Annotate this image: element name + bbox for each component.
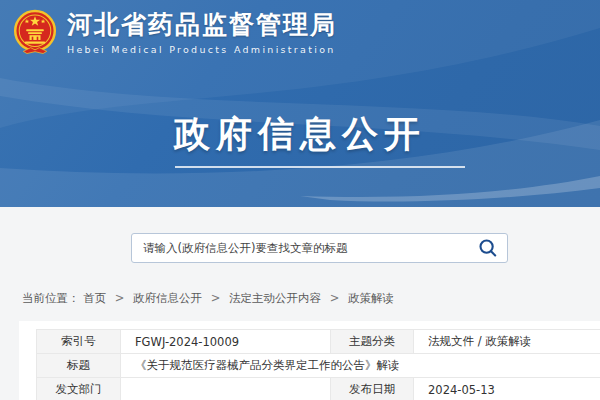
breadcrumb: 当前位置： 首页 > 政府信息公开 > 法定主动公开内容 > 政策解读 [22,291,394,306]
date-label: 发布日期 [331,378,414,400]
department-value [121,378,331,400]
title-label: 标题 [37,354,121,378]
category-value: 法规文件 / 政策解读 [414,330,600,354]
brand-text: 河北省药品监督管理局 Hebei Medical Products Admini… [67,11,337,55]
index-no-label: 索引号 [37,330,121,354]
breadcrumb-prefix: 当前位置： [22,291,80,305]
department-label: 发文部门 [37,378,121,400]
page: 河北省药品监督管理局 Hebei Medical Products Admini… [0,0,600,400]
date-value: 2024-05-13 [414,378,600,400]
banner-underline [175,166,465,168]
index-no-value: FGWJ-2024-10009 [121,330,331,354]
banner-title: 政府信息公开 [0,110,600,159]
category-label: 主题分类 [331,330,414,354]
brand: 河北省药品监督管理局 Hebei Medical Products Admini… [13,7,337,59]
breadcrumb-separator: > [330,291,340,305]
document-info-table: 索引号 FGWJ-2024-10009 主题分类 法规文件 / 政策解读 标题 … [36,329,600,400]
breadcrumb-item-statutory-disclosure[interactable]: 法定主动公开内容 [229,291,321,305]
table-row-index-category: 索引号 FGWJ-2024-10009 主题分类 法规文件 / 政策解读 [37,330,600,354]
search-box [131,233,508,263]
breadcrumb-item-policy-interpretation[interactable]: 政策解读 [348,291,394,305]
site-title: 河北省药品监督管理局 [67,11,337,40]
national-emblem-logo [13,7,57,59]
search-icon [478,238,498,258]
breadcrumb-item-home[interactable]: 首页 [83,291,106,305]
breadcrumb-separator: > [211,291,221,305]
search-button[interactable] [469,234,507,262]
table-row-department-date: 发文部门 发布日期 2024-05-13 [37,378,600,400]
table-row-title: 标题 《关于规范医疗器械产品分类界定工作的公告》解读 [37,354,600,378]
site-header: 河北省药品监督管理局 Hebei Medical Products Admini… [0,0,600,207]
search-input[interactable] [132,234,469,262]
site-subtitle: Hebei Medical Products Administration [67,44,337,55]
title-value: 《关于规范医疗器械产品分类界定工作的公告》解读 [121,354,600,378]
breadcrumb-separator: > [115,291,125,305]
breadcrumb-item-gov-info-disclosure[interactable]: 政府信息公开 [133,291,202,305]
